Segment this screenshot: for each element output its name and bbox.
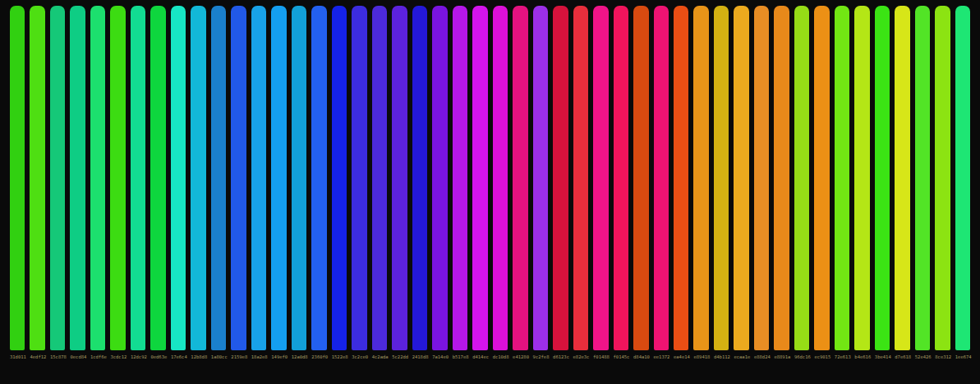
color-bar — [734, 6, 748, 350]
swatch-column: 12dc92 — [131, 6, 145, 360]
color-hex-label: 2418d8 — [412, 355, 427, 360]
color-bar — [614, 6, 628, 350]
color-hex-label: 3cdc12 — [110, 355, 125, 360]
color-bar — [50, 6, 65, 350]
swatch-column: 52e426 — [915, 6, 930, 360]
swatch-column: 17e6c4 — [171, 6, 186, 360]
color-bar — [774, 6, 789, 350]
swatch-column: 5c22dd — [392, 6, 407, 360]
swatch-column: e8891a — [774, 6, 789, 360]
color-bar — [472, 6, 487, 350]
color-bar — [754, 6, 769, 350]
color-hex-label: 7a14e0 — [432, 355, 447, 360]
swatch-column: e88d24 — [754, 6, 769, 360]
color-bar — [292, 6, 306, 350]
color-hex-label: 3c2ce0 — [352, 355, 366, 360]
swatch-column: 3be414 — [875, 6, 890, 360]
color-hex-label: ea4e14 — [674, 355, 688, 360]
swatch-column: 31d011 — [10, 6, 25, 360]
color-bar — [593, 6, 608, 350]
swatch-column: 2360f0 — [311, 6, 326, 360]
swatch-column: ec9015 — [814, 6, 829, 360]
color-hex-label: 149ef0 — [271, 355, 286, 360]
color-hex-label: 0ecd84 — [70, 355, 85, 360]
swatch-column: f0145c — [614, 6, 628, 360]
color-bar — [90, 6, 105, 350]
color-hex-label: 0ed63e — [150, 355, 165, 360]
color-hex-label: 31d011 — [10, 355, 25, 360]
swatch-column: b517e8 — [453, 6, 467, 360]
swatch-column: 149ef0 — [271, 6, 286, 360]
color-bar — [131, 6, 145, 350]
color-hex-label: 4c2ada — [372, 355, 387, 360]
swatch-column: 2159e8 — [231, 6, 246, 360]
color-bar — [251, 6, 266, 350]
color-bar — [693, 6, 708, 350]
color-hex-label: f0145c — [614, 355, 628, 360]
color-hex-label: 2360f0 — [311, 355, 326, 360]
swatch-column: 18a2e8 — [251, 6, 266, 360]
color-hex-label: 3be414 — [875, 355, 890, 360]
color-hex-label: d4b112 — [714, 355, 729, 360]
color-hex-label: 2159e8 — [231, 355, 246, 360]
swatch-column: e82e3c — [573, 6, 588, 360]
color-hex-label: e8891a — [774, 355, 789, 360]
color-hex-label: 12b8d8 — [191, 355, 205, 360]
color-bar — [533, 6, 548, 350]
swatch-column: e89418 — [693, 6, 708, 360]
color-bar — [392, 6, 407, 350]
color-hex-label: 1ee674 — [955, 355, 970, 360]
color-bar — [352, 6, 366, 350]
swatch-column: 15c878 — [50, 6, 65, 360]
color-bar — [30, 6, 44, 350]
swatch-column: 0ecd84 — [70, 6, 85, 360]
color-hex-label: ecaa1e — [734, 355, 748, 360]
color-hex-label: d6123c — [553, 355, 568, 360]
color-hex-label: e88d24 — [754, 355, 769, 360]
swatch-column: d6123c — [553, 6, 568, 360]
color-hex-label: ee1372 — [654, 355, 669, 360]
color-bar — [835, 6, 849, 350]
swatch-column: 1cdf6e — [90, 6, 105, 360]
color-bar — [171, 6, 186, 350]
color-bar — [674, 6, 688, 350]
color-bar — [935, 6, 950, 350]
color-hex-label: 5c22dd — [392, 355, 407, 360]
swatch-column: 1522e8 — [332, 6, 347, 360]
color-bar — [332, 6, 347, 350]
color-hex-label: 12a0d8 — [292, 355, 306, 360]
swatch-column: dc10d8 — [493, 6, 508, 360]
color-bar — [955, 6, 970, 350]
color-bar — [110, 6, 125, 350]
color-bar — [493, 6, 508, 350]
color-hex-label: d414ec — [472, 355, 487, 360]
color-hex-label: 9c2fe8 — [533, 355, 548, 360]
color-bar — [814, 6, 829, 350]
color-bar — [553, 6, 568, 350]
swatch-column: 3cdc12 — [110, 6, 125, 360]
swatch-column: 1ee674 — [955, 6, 970, 360]
color-hex-label: e41280 — [513, 355, 527, 360]
swatch-column: 0ed63e — [150, 6, 165, 360]
color-bar — [432, 6, 447, 350]
swatch-column: 2418d8 — [412, 6, 427, 360]
swatch-column: ee1372 — [654, 6, 669, 360]
color-hex-label: 96dc16 — [794, 355, 809, 360]
color-hex-label: e89418 — [693, 355, 708, 360]
swatch-column: ea4e14 — [674, 6, 688, 360]
color-hex-label: 15c878 — [50, 355, 65, 360]
color-bar — [211, 6, 226, 350]
color-bar — [453, 6, 467, 350]
color-hex-label: 52e426 — [915, 355, 930, 360]
color-hex-label: 4edf12 — [30, 355, 44, 360]
color-bar — [412, 6, 427, 350]
swatch-column: ecaa1e — [734, 6, 748, 360]
color-hex-label: 8ce312 — [935, 355, 950, 360]
color-hex-label: 1522e8 — [332, 355, 347, 360]
color-bar — [714, 6, 729, 350]
swatch-column: f01488 — [593, 6, 608, 360]
color-hex-label: b4e616 — [854, 355, 869, 360]
color-bar — [854, 6, 869, 350]
color-bar — [271, 6, 286, 350]
color-hex-label: f01488 — [593, 355, 608, 360]
